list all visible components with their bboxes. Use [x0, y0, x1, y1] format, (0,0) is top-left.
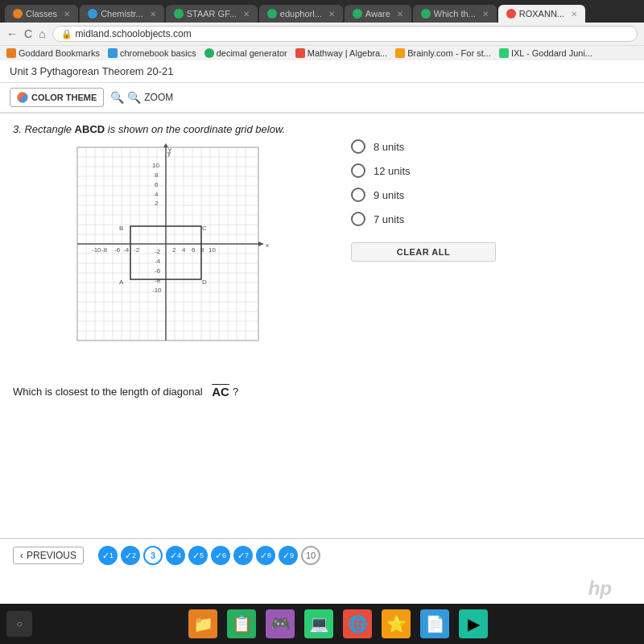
nav-question-2[interactable]: ✓ 2: [121, 546, 140, 565]
answer-option-8[interactable]: 8 units: [351, 139, 496, 154]
check-icon: ✓: [125, 551, 132, 561]
tab-close-icon[interactable]: ✕: [150, 10, 156, 19]
svg-text:-10: -10: [92, 246, 101, 254]
svg-text:2: 2: [155, 200, 159, 207]
taskbar-app-chrome[interactable]: 🌐: [343, 609, 372, 638]
nav-question-6[interactable]: ✓ 6: [211, 546, 230, 565]
answer-label-2: 12 units: [374, 165, 411, 177]
svg-text:-4: -4: [155, 258, 161, 265]
taskbar-app-star[interactable]: ⭐: [382, 609, 411, 638]
svg-text:y: y: [167, 150, 171, 157]
taskbar-app-game[interactable]: 🎮: [266, 609, 295, 638]
svg-text:2: 2: [172, 246, 176, 254]
bookmark-chromebook[interactable]: chromebook basics: [108, 48, 196, 58]
tab-classes[interactable]: Classes ✕: [5, 5, 78, 23]
taskbar-app-computer[interactable]: 💻: [304, 609, 333, 638]
bookmark-decimal[interactable]: decimal generator: [204, 48, 287, 58]
taskbar-app-doc[interactable]: 📄: [420, 609, 449, 638]
svg-text:B: B: [119, 225, 123, 232]
toolbar: COLOR THEME 🔍 🔍 ZOOM: [0, 83, 644, 114]
check-icon: ✓: [102, 551, 109, 561]
svg-text:6: 6: [192, 246, 196, 254]
tab-close-icon[interactable]: ✕: [243, 10, 250, 19]
svg-text:-6: -6: [114, 246, 121, 254]
answer-label-4: 7 units: [374, 213, 404, 225]
svg-text:-4: -4: [123, 246, 130, 254]
nav-question-7[interactable]: ✓ 7: [233, 546, 253, 565]
coordinate-grid: x y -6 -4 -2 2 4 6 8 10 -10 -8 10: [69, 143, 279, 369]
previous-button[interactable]: ‹ PREVIOUS: [13, 547, 84, 564]
tab-bar: Classes ✕ Chemistr... ✕ STAAR GF... ✕ ed…: [0, 0, 644, 23]
radio-button-1[interactable]: [351, 139, 365, 154]
answer-option-9[interactable]: 9 units: [351, 188, 496, 202]
bookmarks-bar: Goddard Bookmarks chromebook basics deci…: [0, 45, 644, 60]
color-theme-button[interactable]: COLOR THEME: [10, 88, 104, 107]
tab-close-icon[interactable]: ✕: [571, 10, 577, 19]
hp-watermark: hp: [588, 577, 612, 600]
check-icon: ✓: [170, 551, 177, 561]
answer-label-3: 9 units: [374, 189, 404, 201]
svg-text:-8: -8: [155, 277, 161, 284]
bookmark-ixl[interactable]: IXL - Goddard Juni...: [499, 48, 592, 58]
url-box[interactable]: 🔒 midland.schoolobjects.com: [52, 26, 638, 42]
taskbar-circle[interactable]: ○: [6, 611, 32, 637]
grid-svg: x y -6 -4 -2 2 4 6 8 10 -10 -8 10: [69, 143, 279, 365]
answer-option-12[interactable]: 12 units: [351, 163, 496, 178]
question-left: 3. Rectangle ABCD is shown on the coordi…: [13, 123, 335, 398]
tab-close-icon[interactable]: ✕: [64, 10, 70, 19]
page-title: Unit 3 Pythagorean Theorem 20-21: [10, 65, 174, 77]
check-icon: ✓: [215, 551, 222, 561]
svg-text:-2: -2: [155, 248, 161, 255]
taskbar-app-play[interactable]: ▶: [459, 609, 488, 638]
radio-button-4[interactable]: [351, 212, 365, 226]
taskbar-apps: 📁 📋 🎮 💻 🌐 ⭐ 📄 ▶: [39, 609, 638, 638]
bookmark-brainly[interactable]: Brainly.com - For st...: [395, 48, 491, 58]
page-header: Unit 3 Pythagorean Theorem 20-21: [0, 60, 644, 83]
svg-text:4: 4: [155, 191, 159, 198]
address-bar: ← C ⌂ 🔒 midland.schoolobjects.com: [0, 23, 644, 45]
svg-text:C: C: [202, 225, 207, 232]
tab-eduphorl[interactable]: eduphorl... ✕: [259, 5, 343, 23]
bookmark-mathway[interactable]: Mathway | Algebra...: [295, 48, 387, 58]
taskbar-app-docs[interactable]: 📋: [227, 609, 256, 638]
svg-text:-6: -6: [155, 267, 161, 275]
back-button[interactable]: ←: [6, 27, 18, 40]
svg-text:x: x: [266, 242, 269, 249]
color-swatch-icon: [17, 92, 28, 103]
answers-area: 8 units 12 units 9 units 7 units CLEAR A…: [351, 123, 496, 398]
nav-question-8[interactable]: ✓ 8: [256, 546, 275, 565]
nav-question-3[interactable]: 3: [143, 546, 163, 565]
svg-text:-10: -10: [152, 287, 162, 294]
forward-button[interactable]: C: [24, 27, 32, 40]
bookmark-goddard[interactable]: Goddard Bookmarks: [6, 48, 100, 58]
tab-which[interactable]: Which th... ✕: [413, 5, 497, 23]
tab-chemistry[interactable]: Chemistr... ✕: [80, 5, 164, 23]
zoom-out-icon[interactable]: 🔍: [110, 91, 124, 104]
nav-footer: ‹ PREVIOUS ✓ 1 ✓ 2 3 ✓ 4 ✓ 5 ✓ 6 ✓ 7 ✓: [0, 538, 644, 572]
tab-close-icon[interactable]: ✕: [482, 10, 489, 19]
nav-question-5[interactable]: ✓ 5: [188, 546, 208, 565]
clear-all-button[interactable]: CLEAR ALL: [351, 242, 496, 262]
tab-aware[interactable]: Aware ✕: [345, 5, 411, 23]
nav-question-9[interactable]: ✓ 9: [279, 546, 298, 565]
tab-close-icon[interactable]: ✕: [328, 10, 335, 19]
nav-question-1[interactable]: ✓ 1: [98, 546, 118, 565]
svg-text:-2: -2: [134, 246, 140, 254]
question-navigation: ✓ 1 ✓ 2 3 ✓ 4 ✓ 5 ✓ 6 ✓ 7 ✓ 8 ✓ 9: [98, 546, 320, 565]
home-button[interactable]: ⌂: [39, 27, 45, 40]
check-icon: ✓: [260, 551, 267, 561]
zoom-in-icon[interactable]: 🔍: [127, 91, 141, 104]
question-text: 3. Rectangle ABCD is shown on the coordi…: [13, 123, 335, 135]
radio-button-2[interactable]: [351, 163, 365, 178]
svg-text:10: 10: [208, 246, 216, 254]
taskbar-app-files[interactable]: 📁: [188, 609, 217, 638]
radio-button-3[interactable]: [351, 188, 365, 202]
tab-close-icon[interactable]: ✕: [397, 10, 403, 19]
answer-option-7[interactable]: 7 units: [351, 212, 496, 226]
nav-question-4[interactable]: ✓ 4: [166, 546, 185, 565]
nav-question-10[interactable]: 10: [301, 546, 320, 565]
tab-staar[interactable]: STAAR GF... ✕: [166, 5, 258, 23]
tab-roxann[interactable]: ROXANN... ✕: [498, 5, 585, 23]
check-icon: ✓: [237, 551, 245, 561]
svg-text:D: D: [202, 279, 207, 286]
